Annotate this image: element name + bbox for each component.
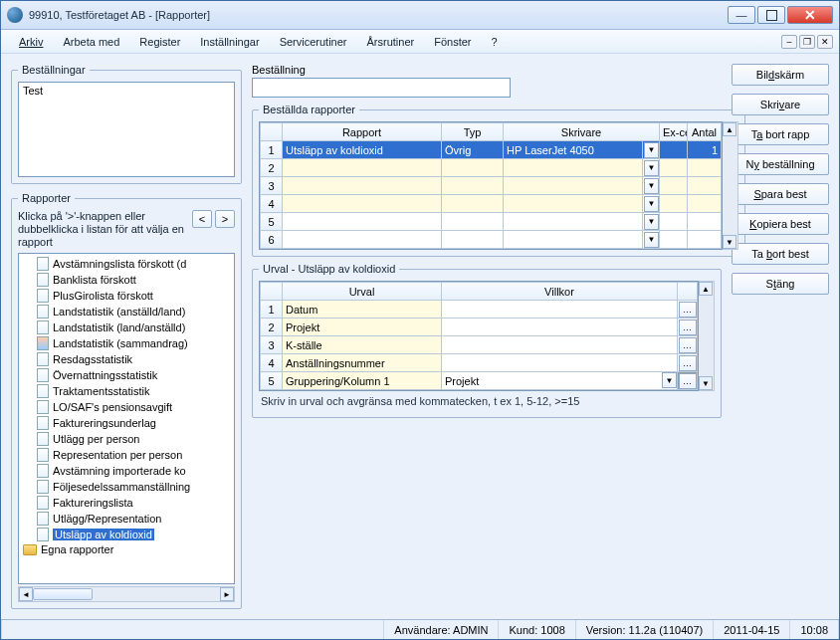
scroll-right-icon[interactable]: ► bbox=[220, 587, 234, 601]
menu-installningar[interactable]: Inställningar bbox=[190, 33, 269, 51]
skrivare-dropdown-icon[interactable]: ▼ bbox=[644, 160, 659, 176]
cell-excel[interactable] bbox=[660, 177, 688, 195]
cell-typ[interactable] bbox=[442, 195, 504, 213]
menu-fonster[interactable]: Fönster bbox=[424, 33, 481, 51]
tree-hscrollbar[interactable]: ◄ ► bbox=[18, 586, 235, 602]
skrivare-dropdown-icon[interactable]: ▼ bbox=[644, 196, 659, 212]
bestallning-input[interactable] bbox=[252, 78, 511, 98]
scroll-down-icon[interactable]: ▼ bbox=[723, 235, 736, 249]
cell-skrivare[interactable] bbox=[504, 177, 643, 195]
report-tree-item[interactable]: Faktureringslista bbox=[19, 495, 234, 511]
report-tree-item[interactable]: Följesedelssammanställning bbox=[19, 479, 234, 495]
urval-row[interactable]: 1Datum… bbox=[261, 301, 698, 319]
urval-row[interactable]: 3K-ställe… bbox=[261, 336, 698, 354]
menu-servicerutiner[interactable]: Servicerutiner bbox=[270, 33, 357, 51]
cell-rapport[interactable] bbox=[283, 195, 442, 213]
report-tree-item[interactable]: Övernattningsstatistik bbox=[19, 367, 234, 383]
menu-arbeta-med[interactable]: Arbeta med bbox=[53, 33, 129, 51]
cell-excel[interactable] bbox=[660, 213, 688, 231]
urval-row[interactable]: 5Gruppering/Kolumn 1Projekt▼… bbox=[261, 372, 698, 390]
cell-typ[interactable] bbox=[442, 213, 504, 231]
col-villkor[interactable]: Villkor bbox=[442, 283, 678, 301]
col-excel[interactable]: Ex-cel bbox=[660, 123, 688, 141]
cell-urval[interactable]: Anställningsnummer bbox=[283, 354, 442, 372]
ellipsis-button[interactable]: … bbox=[679, 320, 697, 335]
ellipsis-button[interactable]: … bbox=[679, 373, 697, 389]
cell-villkor[interactable] bbox=[442, 354, 678, 372]
ordered-report-row[interactable]: 1Utsläpp av koldioxidÖvrigHP LaserJet 40… bbox=[261, 141, 722, 159]
menu-arkiv[interactable]: Arkiv bbox=[9, 33, 53, 51]
bestallningar-list[interactable]: Test bbox=[18, 82, 235, 177]
spara-best-button[interactable]: Spara best bbox=[732, 183, 829, 205]
cell-antal[interactable] bbox=[688, 159, 722, 177]
cell-skrivare[interactable] bbox=[504, 213, 643, 231]
menu-register[interactable]: Register bbox=[129, 33, 190, 51]
egna-rapporter-folder[interactable]: Egna rapporter bbox=[19, 542, 234, 556]
ordered-report-row[interactable]: 2▼ bbox=[261, 159, 722, 177]
skrivare-dropdown-icon[interactable]: ▼ bbox=[644, 214, 659, 230]
cell-villkor[interactable] bbox=[442, 301, 678, 319]
menu-arsrutiner[interactable]: Årsrutiner bbox=[356, 33, 424, 51]
report-tree-item[interactable]: Banklista förskott bbox=[19, 272, 234, 288]
ellipsis-button[interactable]: … bbox=[679, 355, 697, 371]
cell-excel[interactable] bbox=[660, 159, 688, 177]
cell-excel[interactable] bbox=[660, 231, 688, 249]
ordered-reports-grid[interactable]: Rapport Typ Skrivare Ex-cel Antal 1Utslä… bbox=[259, 121, 723, 250]
report-tree-item[interactable]: Traktamentsstatistik bbox=[19, 383, 234, 399]
scroll-left-icon[interactable]: ◄ bbox=[19, 587, 33, 601]
report-tree-item[interactable]: Avstämning importerade ko bbox=[19, 463, 234, 479]
report-tree-item[interactable]: LO/SAF's pensionsavgift bbox=[19, 399, 234, 415]
scroll-up-icon[interactable]: ▲ bbox=[699, 282, 713, 296]
rapporter-tree[interactable]: Avstämningslista förskott (dBanklista fö… bbox=[18, 253, 235, 584]
col-typ[interactable]: Typ bbox=[442, 123, 504, 141]
bildskarm-button[interactable]: Bildskärm bbox=[732, 64, 829, 86]
cell-rapport[interactable]: Utsläpp av koldioxid bbox=[283, 141, 442, 159]
cell-antal[interactable] bbox=[688, 231, 722, 249]
skrivare-dropdown-icon[interactable]: ▼ bbox=[644, 142, 659, 158]
scroll-thumb[interactable] bbox=[33, 588, 93, 600]
skrivare-dropdown-icon[interactable]: ▼ bbox=[644, 178, 659, 194]
tabort-best-button[interactable]: Ta bort best bbox=[732, 243, 829, 265]
scroll-down-icon[interactable]: ▼ bbox=[699, 376, 713, 390]
report-tree-item[interactable]: Utlägg per person bbox=[19, 431, 234, 447]
cell-typ[interactable] bbox=[442, 159, 504, 177]
cell-antal[interactable] bbox=[688, 195, 722, 213]
scroll-up-icon[interactable]: ▲ bbox=[723, 122, 736, 136]
cell-antal[interactable] bbox=[688, 177, 722, 195]
cell-antal[interactable]: 1 bbox=[688, 141, 722, 159]
cell-rapport[interactable] bbox=[283, 213, 442, 231]
ordered-vscroll[interactable]: ▲ ▼ bbox=[723, 121, 738, 250]
urval-vscroll[interactable]: ▲ ▼ bbox=[699, 281, 715, 391]
stang-button[interactable]: Stäng bbox=[732, 273, 829, 295]
report-tree-item[interactable]: Utlägg/Representation bbox=[19, 511, 234, 527]
ellipsis-button[interactable]: … bbox=[679, 302, 697, 318]
kopiera-best-button[interactable]: Kopiera best bbox=[732, 213, 829, 235]
add-report-button[interactable]: > bbox=[215, 210, 235, 228]
cell-skrivare[interactable] bbox=[504, 159, 643, 177]
urval-row[interactable]: 4Anställningsnummer… bbox=[261, 354, 698, 372]
report-tree-item[interactable]: Resdagsstatistik bbox=[19, 351, 234, 367]
minimize-button[interactable]: — bbox=[728, 6, 755, 24]
mdi-minimize[interactable]: – bbox=[781, 35, 797, 49]
col-rapport[interactable]: Rapport bbox=[283, 123, 442, 141]
cell-excel[interactable] bbox=[660, 141, 688, 159]
report-tree-item[interactable]: Landstatistik (land/anställd) bbox=[19, 320, 234, 335]
cell-skrivare[interactable] bbox=[504, 195, 643, 213]
cell-urval[interactable]: Datum bbox=[283, 301, 442, 319]
col-urval[interactable]: Urval bbox=[283, 283, 442, 301]
skrivare-dropdown-icon[interactable]: ▼ bbox=[644, 232, 659, 248]
maximize-button[interactable] bbox=[757, 6, 785, 24]
mdi-restore[interactable]: ❐ bbox=[799, 35, 815, 49]
report-tree-item[interactable]: PlusGirolista förskott bbox=[19, 288, 234, 304]
ordered-report-row[interactable]: 4▼ bbox=[261, 195, 722, 213]
report-tree-item[interactable]: Avstämningslista förskott (d bbox=[19, 256, 234, 272]
ny-bestallning-button[interactable]: Ny beställning bbox=[732, 153, 829, 175]
cell-excel[interactable] bbox=[660, 195, 688, 213]
cell-urval[interactable]: Projekt bbox=[283, 319, 442, 336]
report-tree-item[interactable]: Representation per person bbox=[19, 447, 234, 463]
cell-typ[interactable] bbox=[442, 231, 504, 249]
tabort-rapp-button[interactable]: Ta bort rapp bbox=[732, 123, 829, 145]
cell-typ[interactable]: Övrig bbox=[442, 141, 504, 159]
report-tree-item[interactable]: Utsläpp av koldioxid bbox=[19, 527, 234, 542]
urval-grid[interactable]: Urval Villkor 1Datum…2Projekt…3K-ställe…… bbox=[259, 281, 699, 391]
